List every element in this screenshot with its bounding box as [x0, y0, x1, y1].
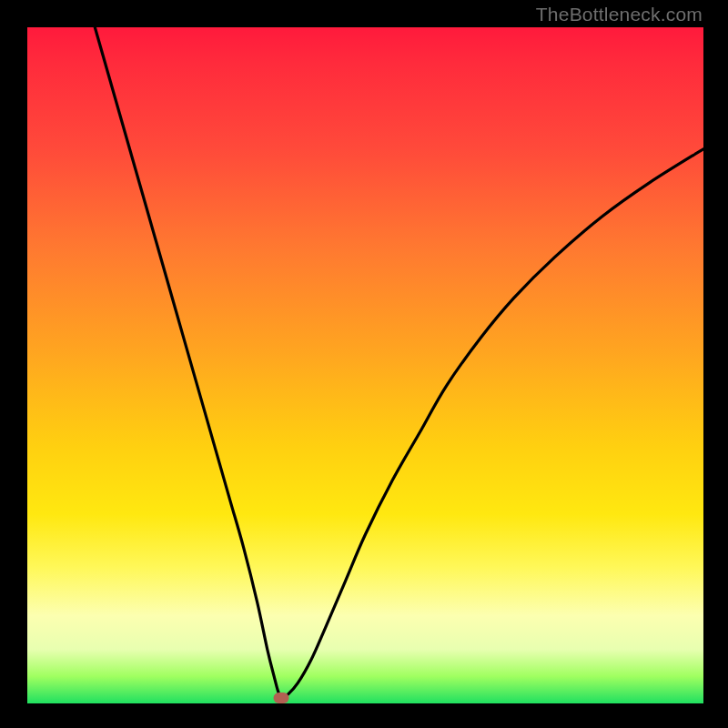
- chart-frame: TheBottleneck.com: [0, 0, 728, 728]
- minimum-marker: [273, 693, 288, 703]
- plot-area: [27, 27, 703, 703]
- bottleneck-curve: [95, 27, 703, 697]
- watermark-text: TheBottleneck.com: [536, 4, 703, 25]
- curve-svg: [27, 27, 703, 703]
